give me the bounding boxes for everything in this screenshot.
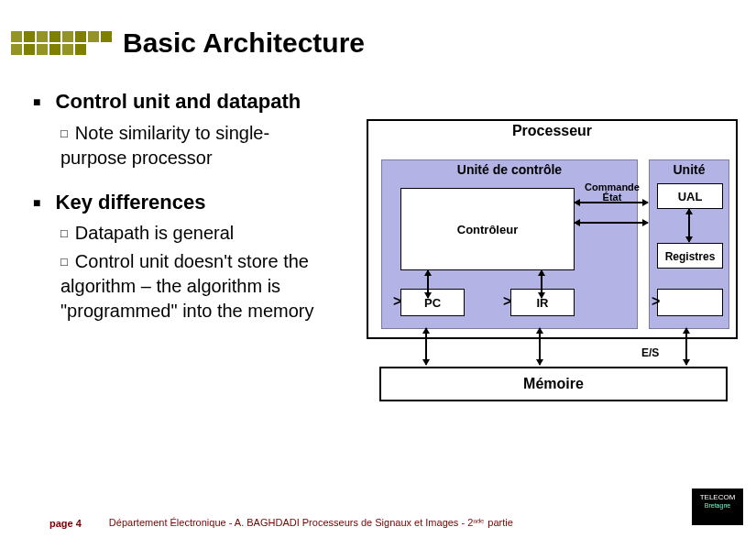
controller-box: Contrôleur [400,188,575,270]
ctrl-ir-arrow [541,270,542,298]
clock-marker-icon: > [393,293,401,310]
clock-marker-icon: > [503,293,511,310]
pc-mem-arrow [425,328,427,365]
datapath-unit-label: Unité [650,160,729,177]
memory-box: Mémoire [379,367,728,401]
sub-2-2: Control unit doesn't store the algorithm… [60,249,335,324]
sub-2-1: Datapath is general [60,221,335,246]
bullet-1-text: Control unit and datapath [56,90,301,113]
empty-register-box [657,289,723,316]
sub-list-1: Note similarity to single-purpose proces… [60,121,335,170]
alu-box: UAL [657,183,723,209]
processor-box: Processeur Unité de contrôle Contrôleur … [367,119,738,339]
alu-registers-arrow [688,209,690,242]
slide-footer: page 4 Département Électronique - A. BAG… [0,517,756,529]
clock-marker-icon: > [652,293,660,310]
sub-list-2: Datapath is general Control unit doesn't… [60,221,335,324]
telecom-logo: TELECOM Bretagne [692,489,743,525]
state-arrow [575,222,648,224]
io-label: E/S [641,346,659,359]
architecture-diagram: Processeur Unité de contrôle Contrôleur … [367,119,738,394]
processor-label: Processeur [368,121,736,145]
logo-top: TELECOM [692,494,743,502]
bullet-2-text: Key differences [56,191,206,214]
bullet-2: Key differences Datapath is general Cont… [33,189,335,324]
bullet-list: Control unit and datapath Note similarit… [33,88,335,342]
command-arrow [575,202,648,203]
sub-1-1: Note similarity to single-purpose proces… [60,121,335,170]
pc-register-box: PC [400,289,465,316]
header-logo [11,31,112,55]
logo-bottom: Bretagne [692,502,743,510]
footer-text: Département Électronique - A. BAGHDADI P… [109,517,513,529]
registers-box: Registres [657,243,723,269]
ctrl-pc-arrow [427,270,429,298]
datapath-unit-box: Unité UAL Registres > [649,159,729,329]
slide-title: Basic Architecture [123,27,365,59]
page-number: page 4 [49,518,82,529]
ir-mem-arrow [539,328,541,365]
control-unit-label: Unité de contrôle [382,160,637,177]
dp-mem-arrow [685,328,687,365]
bullet-1: Control unit and datapath Note similarit… [33,88,335,170]
slide-header: Basic Architecture [0,0,756,66]
slide-content: Control unit and datapath Note similarit… [0,66,756,88]
command-state-label: Commande État [582,182,642,203]
control-unit-box: Unité de contrôle Contrôleur Commande Ét… [381,159,638,329]
